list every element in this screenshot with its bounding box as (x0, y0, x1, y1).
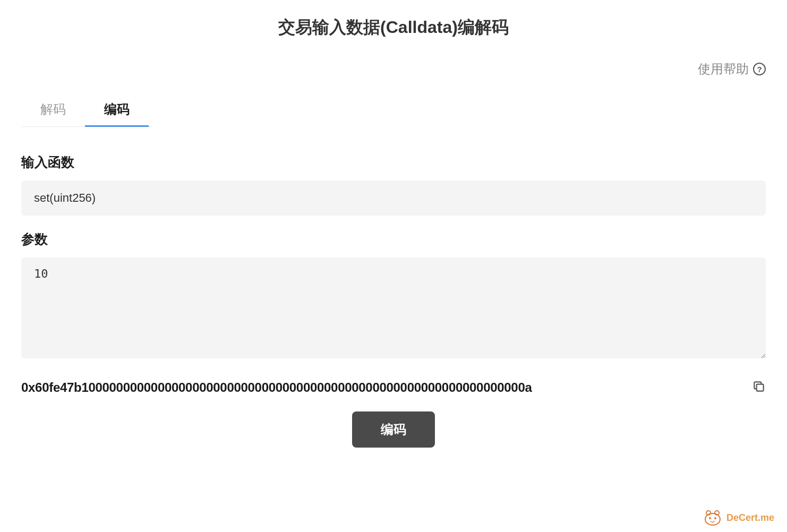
svg-rect-0 (757, 384, 764, 391)
help-icon: ? (753, 63, 766, 75)
tab-decode[interactable]: 解码 (21, 93, 85, 127)
function-label: 输入函数 (21, 153, 766, 171)
brand-name: DeCert.me (726, 512, 774, 524)
encode-button[interactable]: 编码 (352, 411, 435, 448)
result-row: 0x60fe47b1000000000000000000000000000000… (21, 380, 766, 396)
help-label: 使用帮助 (698, 61, 749, 78)
page-title: 交易输入数据(Calldata)编解码 (21, 16, 766, 39)
svg-point-4 (709, 517, 711, 519)
copy-icon[interactable] (752, 380, 766, 396)
tab-encode[interactable]: 编码 (85, 93, 149, 127)
footer-brand[interactable]: DeCert.me (703, 510, 774, 526)
tabs: 解码 编码 (21, 93, 151, 127)
result-text: 0x60fe47b1000000000000000000000000000000… (21, 380, 532, 395)
svg-point-5 (714, 517, 716, 519)
params-label: 参数 (21, 230, 766, 248)
function-input[interactable] (21, 181, 766, 216)
params-input[interactable] (21, 258, 766, 358)
brand-logo-icon (703, 510, 722, 526)
help-link[interactable]: 使用帮助 ? (21, 61, 766, 78)
